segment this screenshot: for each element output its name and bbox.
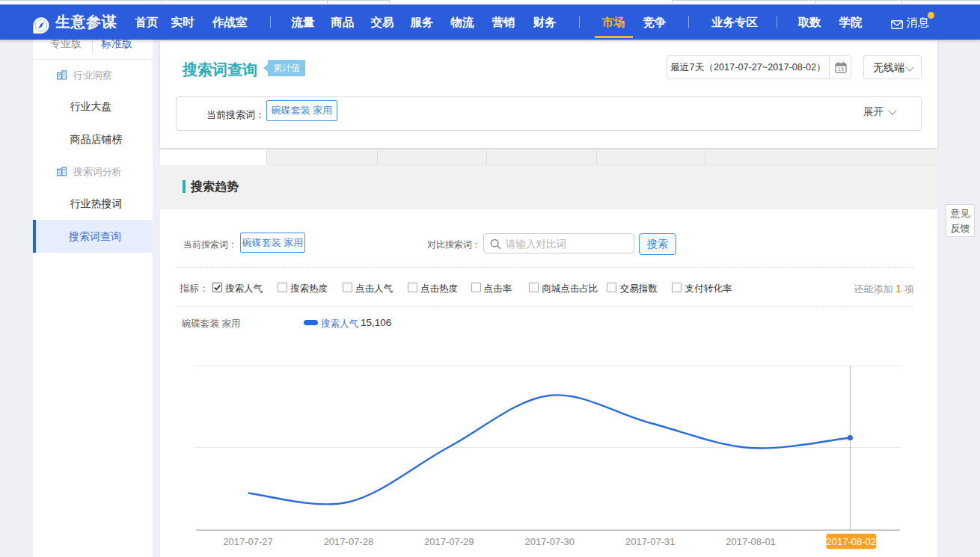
svg-text:2017-07-31: 2017-07-31	[625, 536, 676, 547]
svg-text:2017-07-28: 2017-07-28	[324, 536, 374, 547]
svg-text:15: 15	[838, 66, 845, 73]
svg-text:2017-07-30: 2017-07-30	[524, 536, 575, 547]
svg-text:2017-07-27: 2017-07-27	[223, 536, 273, 547]
svg-text:2017-07-29: 2017-07-29	[424, 536, 474, 547]
svg-text:2017-08-01: 2017-08-01	[726, 536, 776, 547]
svg-text:2017-08-02: 2017-08-02	[826, 536, 876, 547]
